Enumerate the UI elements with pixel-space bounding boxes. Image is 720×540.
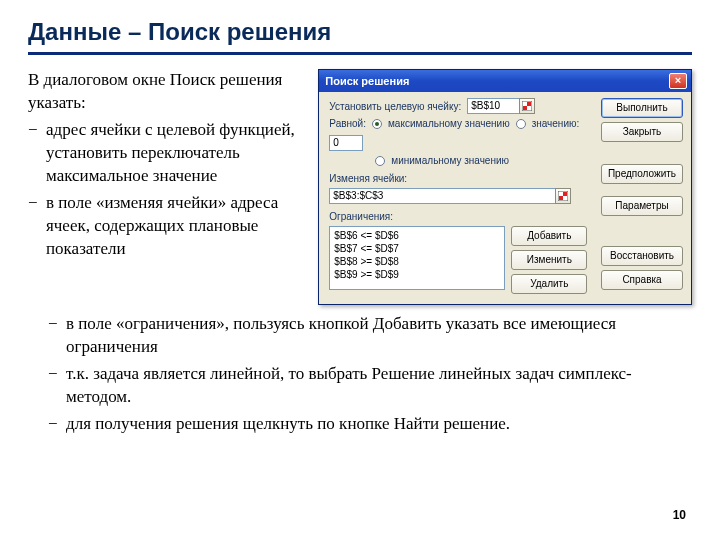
list-item[interactable]: $B$9 >= $D$9 [334,268,500,281]
dialog-title: Поиск решения [325,75,409,87]
radio-max[interactable] [372,119,382,129]
dialog-titlebar[interactable]: Поиск решения × [319,70,691,92]
solver-dialog: Поиск решения × Установить целевую ячейк… [318,69,692,305]
intro-line: В диалоговом окне Поиск решения указать: [28,69,304,115]
bullet: т.к. задача является линейной, то выбрат… [66,363,692,409]
radio-max-label: максимальному значению [388,118,510,129]
value-input[interactable]: 0 [329,135,363,151]
page-number: 10 [673,508,686,522]
constraints-label: Ограничения: [329,211,593,222]
list-item[interactable]: $B$8 >= $D$8 [334,255,500,268]
equal-label: Равной: [329,118,366,129]
radio-min-label: минимальному значению [391,155,509,166]
close-icon[interactable]: × [669,73,687,89]
ref-edit-icon[interactable] [519,98,535,114]
change-button[interactable]: Изменить [511,250,587,270]
radio-value-label: значению: [532,118,580,129]
bullet: в поле «изменяя ячейки» адреса ячеек, со… [46,192,304,261]
radio-min[interactable] [375,156,385,166]
reset-button[interactable]: Восстановить [601,246,683,266]
delete-button[interactable]: Удалить [511,274,587,294]
solve-button[interactable]: Выполнить [601,98,683,118]
constraints-listbox[interactable]: $B$6 <= $D$6 $B$7 <= $D$7 $B$8 >= $D$8 $… [329,226,505,290]
intro-text: В диалоговом окне Поиск решения указать:… [28,69,304,305]
svg-rect-2 [527,102,531,106]
target-cell-input[interactable]: $B$10 [467,98,535,114]
svg-rect-4 [559,196,563,200]
svg-rect-5 [563,192,567,196]
list-item[interactable]: $B$6 <= $D$6 [334,229,500,242]
guess-button[interactable]: Предположить [601,164,683,184]
options-button[interactable]: Параметры [601,196,683,216]
target-cell-label: Установить целевую ячейку: [329,101,461,112]
list-item[interactable]: $B$7 <= $D$7 [334,242,500,255]
help-button[interactable]: Справка [601,270,683,290]
svg-rect-1 [523,106,527,110]
changing-cells-label: Изменяя ячейки: [329,173,593,184]
lower-text: в поле «ограничения», пользуясь кнопкой … [28,313,692,436]
bullet: адрес ячейки с целевой функцией, установ… [46,119,304,188]
changing-cells-input[interactable]: $B$3:$C$3 [329,188,571,204]
bullet: в поле «ограничения», пользуясь кнопкой … [66,313,692,359]
ref-edit-icon[interactable] [555,188,571,204]
add-button[interactable]: Добавить [511,226,587,246]
close-button[interactable]: Закрыть [601,122,683,142]
slide-title: Данные – Поиск решения [28,18,692,55]
radio-value[interactable] [516,119,526,129]
bullet: для получения решения щелкнуть по кнопке… [66,413,692,436]
